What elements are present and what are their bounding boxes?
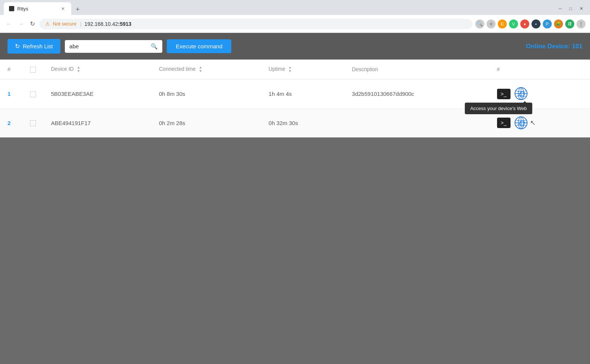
row-checkbox-cell — [22, 79, 43, 109]
ext-5: P — [543, 19, 552, 28]
online-count: Online Device: 101 — [526, 43, 583, 50]
browser-extensions: 🔍 ☆ C V ♦ ▪ P 🧩 建 ⋮ — [475, 19, 586, 28]
web-button[interactable] — [514, 86, 529, 101]
tab-title: Rttys — [17, 6, 28, 12]
not-secure-label: Not secure — [53, 21, 76, 27]
ext-3: ♦ — [520, 19, 529, 28]
ext-1: C — [498, 19, 507, 28]
sort-uptime-icon: ▲▼ — [288, 66, 292, 73]
new-tab-button[interactable]: + — [73, 4, 83, 15]
select-all-checkbox[interactable] — [30, 67, 36, 73]
col-label-uptime: Uptime — [269, 66, 285, 72]
row-uptime: 0h 32m 30s — [261, 109, 344, 137]
actions-cell: >_ — [497, 115, 583, 130]
table-row: 1 5B03EEABE3AE 0h 8m 30s 1h 4m 4s — [0, 79, 590, 109]
terminal-button[interactable]: >_ — [497, 118, 511, 128]
table-wrap: # Device ID ▲▼ Connected time ▲▼ — [0, 60, 590, 137]
row-connected-time: 0h 2m 28s — [151, 109, 261, 137]
browser-frame: Rttys × + ─ □ ✕ ← → ↻ ⚠ Not secure | 192… — [0, 0, 590, 137]
web-icon — [514, 116, 528, 130]
col-label-connected-time: Connected time — [159, 66, 196, 72]
web-button-wrap: Access your device's Web — [514, 86, 529, 101]
title-bar: Rttys × + ─ □ ✕ — [0, 0, 590, 15]
active-tab[interactable]: Rttys × — [4, 2, 71, 15]
table-header: # Device ID ▲▼ Connected time ▲▼ — [0, 60, 590, 79]
col-header-uptime[interactable]: Uptime ▲▼ — [261, 60, 344, 79]
row-device-id: ABE494191F17 — [43, 109, 151, 137]
web-tooltip: Access your device's Web — [465, 103, 532, 114]
address-host: 192.168.10.42 — [84, 21, 118, 27]
ext-star-icon: ☆ — [487, 19, 496, 28]
col-header-device-id[interactable]: Device ID ▲▼ — [43, 60, 151, 79]
col-header-connected-time[interactable]: Connected time ▲▼ — [151, 60, 261, 79]
refresh-label: Refresh List — [23, 43, 53, 49]
ext-7: 建 — [565, 19, 574, 28]
search-wrap: 🔍 — [65, 40, 162, 53]
col-label-device-id: Device ID — [51, 66, 74, 72]
execute-command-button[interactable]: Execute command — [167, 39, 231, 53]
table-body: 1 5B03EEABE3AE 0h 8m 30s 1h 4m 4s — [0, 79, 590, 137]
devices-table: # Device ID ▲▼ Connected time ▲▼ — [0, 60, 590, 137]
row-checkbox-cell — [22, 109, 43, 137]
terminal-icon: >_ — [501, 120, 507, 126]
sort-device-id-icon: ▲▼ — [77, 66, 81, 73]
ext-6: 🧩 — [554, 19, 563, 28]
window-controls: ─ □ ✕ — [556, 4, 586, 13]
col-header-hash: # — [0, 60, 22, 79]
ext-search-icon: 🔍 — [475, 19, 484, 28]
web-icon — [514, 87, 528, 100]
maximize-button[interactable]: □ — [566, 4, 575, 13]
web-button[interactable] — [514, 115, 529, 130]
col-label-description: Description — [352, 66, 378, 72]
refresh-icon: ↻ — [15, 43, 20, 50]
ext-4: ▪ — [532, 19, 541, 28]
actions-cell: >_ — [497, 86, 583, 101]
app-content: ↻ Refresh List 🔍 Execute command Online … — [0, 33, 590, 137]
toolbar: ↻ Refresh List 🔍 Execute command Online … — [0, 33, 590, 60]
tab-bar: Rttys × + — [4, 2, 556, 15]
row-actions: >_ — [490, 79, 590, 109]
row-checkbox[interactable] — [30, 91, 36, 97]
col-header-cb — [22, 60, 43, 79]
minimize-button[interactable]: ─ — [556, 4, 565, 13]
reload-button[interactable]: ↻ — [28, 19, 36, 29]
row-connected-time: 0h 8m 30s — [151, 79, 261, 109]
search-icon: 🔍 — [151, 43, 158, 50]
row-checkbox[interactable] — [30, 120, 36, 126]
tab-favicon — [9, 6, 14, 11]
row-device-id: 5B03EEABE3AE — [43, 79, 151, 109]
close-button[interactable]: ✕ — [577, 4, 586, 13]
ext-menu[interactable]: ⋮ — [577, 19, 586, 28]
forward-button[interactable]: → — [16, 19, 25, 29]
col-header-actions: # — [490, 60, 590, 79]
cursor-indicator: ↖ — [530, 119, 536, 127]
address-input-wrap[interactable]: ⚠ Not secure | 192.168.10.42:5913 — [39, 19, 472, 29]
search-input[interactable] — [69, 43, 148, 49]
tab-close-button[interactable]: × — [60, 5, 66, 12]
address-text: 192.168.10.42:5913 — [84, 21, 466, 27]
back-button[interactable]: ← — [4, 19, 13, 29]
terminal-icon: >_ — [501, 91, 507, 97]
ext-2: V — [509, 19, 518, 28]
sort-connected-time-icon: ▲▼ — [199, 66, 202, 73]
terminal-button[interactable]: >_ — [497, 89, 511, 99]
execute-label: Execute command — [176, 43, 222, 49]
toolbar-left: ↻ Refresh List 🔍 Execute command — [7, 39, 231, 54]
row-num: 2 — [0, 109, 22, 137]
lock-icon: ⚠ — [45, 21, 50, 27]
refresh-button[interactable]: ↻ Refresh List — [7, 39, 60, 54]
address-separator: | — [80, 21, 81, 27]
row-num: 1 — [0, 79, 22, 109]
address-bar: ← → ↻ ⚠ Not secure | 192.168.10.42:5913 … — [0, 15, 590, 33]
address-port: :5913 — [118, 21, 132, 27]
col-header-description: Description — [344, 60, 490, 79]
row-uptime: 1h 4m 4s — [261, 79, 344, 109]
